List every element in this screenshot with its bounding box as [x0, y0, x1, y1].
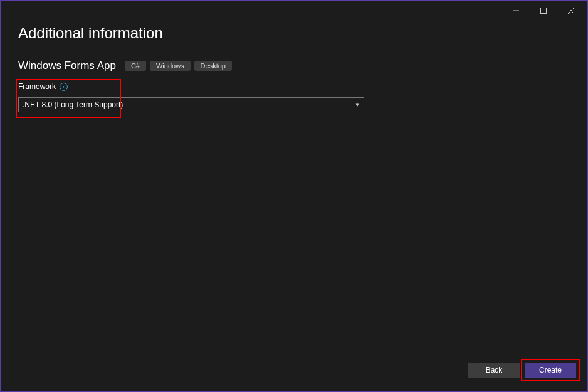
- close-button[interactable]: [557, 1, 585, 20]
- framework-selected-value: .NET 8.0 (Long Term Support): [23, 100, 123, 109]
- subheader: Windows Forms App C# Windows Desktop: [18, 60, 570, 72]
- tags-container: C# Windows Desktop: [125, 61, 232, 71]
- footer-buttons: Back Create: [468, 363, 576, 378]
- framework-dropdown[interactable]: .NET 8.0 (Long Term Support) ▼: [18, 97, 364, 112]
- tag-windows: Windows: [150, 61, 191, 71]
- back-button[interactable]: Back: [468, 363, 520, 378]
- create-button[interactable]: Create: [525, 363, 576, 378]
- minimize-button[interactable]: [502, 1, 530, 20]
- framework-field: Framework i .NET 8.0 (Long Term Support)…: [18, 82, 364, 112]
- page-title: Additional information: [18, 24, 570, 42]
- chevron-down-icon: ▼: [355, 102, 360, 108]
- framework-label: Framework: [18, 82, 56, 91]
- tag-csharp: C#: [125, 61, 146, 71]
- tag-desktop: Desktop: [194, 61, 232, 71]
- titlebar: [1, 1, 587, 21]
- maximize-button[interactable]: [530, 1, 557, 20]
- info-icon[interactable]: i: [60, 83, 68, 91]
- template-name: Windows Forms App: [18, 60, 116, 72]
- svg-rect-1: [541, 8, 547, 14]
- framework-label-row: Framework i: [18, 82, 364, 91]
- content-area: Additional information Windows Forms App…: [1, 24, 587, 72]
